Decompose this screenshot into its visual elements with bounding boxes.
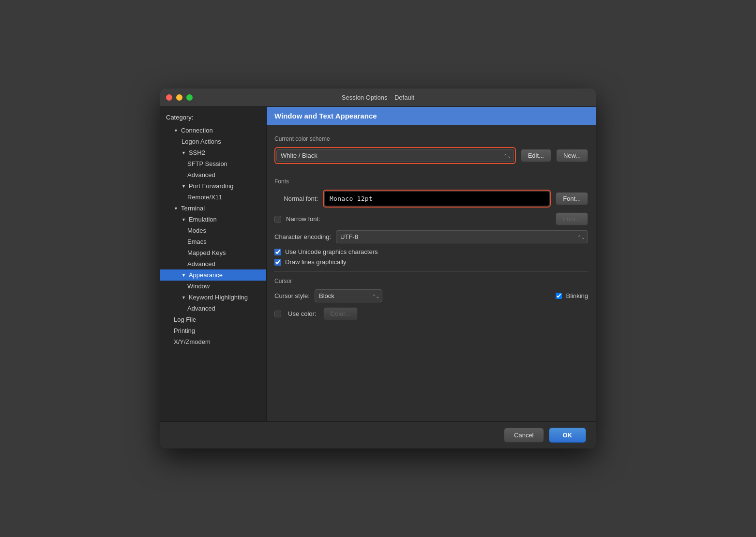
triangle-icon: ▼	[181, 184, 186, 189]
blinking-row: Blinking	[556, 292, 588, 299]
use-color-checkbox[interactable]	[274, 311, 281, 317]
cancel-button[interactable]: Cancel	[504, 428, 544, 443]
footer: Cancel OK	[160, 421, 596, 448]
ok-button[interactable]: OK	[549, 428, 587, 443]
encoding-row: Character encoding: UTF-8 ISO-8859-1 Win…	[274, 230, 588, 243]
color-scheme-select-wrapper: White / Black Black / White Custom ⌃⌄	[276, 149, 514, 162]
sidebar-item-label: Logon Actions	[181, 138, 221, 145]
sidebar-item-label: Emacs	[187, 238, 207, 245]
sidebar-item-mapped-keys[interactable]: Mapped Keys	[160, 247, 266, 258]
sidebar-item-label: Connection	[181, 127, 213, 134]
sidebar-item-label: Appearance	[189, 271, 223, 279]
sidebar-item-label: Printing	[174, 327, 195, 334]
sidebar-item-label: Advanced	[187, 260, 215, 268]
triangle-icon: ▼	[181, 295, 186, 300]
sidebar-item-ssh2[interactable]: ▼ SSH2	[160, 147, 266, 158]
window-content: Category: ▼ Connection Logon Actions ▼ S…	[160, 107, 596, 421]
narrow-font-label: Narrow font:	[286, 215, 320, 223]
sidebar-item-logon-actions[interactable]: Logon Actions	[160, 136, 266, 147]
titlebar: Session Options – Default	[160, 89, 596, 107]
triangle-icon: ▼	[174, 206, 178, 211]
sidebar-item-label: Advanced	[187, 171, 215, 179]
normal-font-row: Normal font: Monaco 12pt Font...	[274, 190, 588, 208]
cursor-section: Cursor style: Block Underline Vertical B…	[274, 289, 588, 320]
sidebar-item-label: X/Y/Zmodem	[174, 338, 211, 345]
color-scheme-label: Current color scheme	[274, 135, 588, 142]
cursor-label: Cursor	[274, 278, 588, 284]
draw-lines-row: Draw lines graphically	[274, 258, 588, 266]
sidebar-item-sftp-session[interactable]: SFTP Session	[160, 158, 266, 169]
normal-font-display: Monaco 12pt	[325, 192, 549, 206]
blinking-label: Blinking	[566, 292, 588, 299]
sidebar-item-label: Terminal	[181, 205, 205, 212]
cursor-style-select[interactable]: Block Underline Vertical Bar	[315, 289, 382, 302]
sidebar-item-keyword-highlighting[interactable]: ▼ Keyword Highlighting	[160, 292, 266, 303]
color-button: Color...	[323, 307, 358, 320]
sidebar-item-label: Emulation	[189, 216, 217, 223]
use-unicode-label: Use Unicode graphics characters	[285, 248, 378, 255]
triangle-icon: ▼	[181, 217, 186, 222]
fonts-label: Fonts	[274, 178, 588, 185]
sidebar-item-appearance[interactable]: ▼ Appearance	[160, 269, 266, 281]
sidebar-item-terminal[interactable]: ▼ Terminal	[160, 203, 266, 214]
sidebar-item-label: Log File	[174, 316, 196, 323]
cursor-style-select-wrapper: Block Underline Vertical Bar ⌃⌄	[315, 289, 382, 302]
sidebar-item-label: Port Forwarding	[189, 182, 233, 190]
encoding-label: Character encoding:	[274, 233, 331, 240]
triangle-icon: ▼	[181, 273, 186, 278]
sidebar-item-label: Window	[187, 283, 210, 290]
font-display-outline: Monaco 12pt	[323, 190, 551, 208]
use-color-label: Use color:	[288, 310, 317, 317]
sidebar-item-connection[interactable]: ▼ Connection	[160, 125, 266, 136]
draw-lines-checkbox[interactable]	[274, 259, 281, 266]
sidebar-item-log-file[interactable]: Log File	[160, 314, 266, 325]
use-color-row: Use color: Color...	[274, 307, 588, 320]
panel-body: Current color scheme White / Black Black…	[267, 125, 596, 421]
edit-button[interactable]: Edit...	[521, 149, 551, 162]
sidebar: Category: ▼ Connection Logon Actions ▼ S…	[160, 107, 267, 421]
sidebar-item-label: Advanced	[187, 305, 215, 312]
draw-lines-label: Draw lines graphically	[285, 258, 346, 266]
blinking-checkbox[interactable]	[556, 293, 562, 299]
triangle-icon: ▼	[181, 150, 186, 155]
narrow-font-checkbox[interactable]	[274, 216, 281, 223]
cursor-style-label: Cursor style:	[274, 292, 310, 299]
sidebar-item-xyzmodem[interactable]: X/Y/Zmodem	[160, 336, 266, 347]
panel-header: Window and Text Appearance	[267, 107, 596, 125]
sidebar-item-label: Modes	[187, 227, 206, 234]
color-scheme-select-outline: White / Black Black / White Custom ⌃⌄	[274, 147, 516, 164]
window-title: Session Options – Default	[342, 94, 414, 101]
new-button[interactable]: New...	[556, 149, 588, 162]
sidebar-item-window[interactable]: Window	[160, 281, 266, 292]
sidebar-item-modes[interactable]: Modes	[160, 225, 266, 236]
color-scheme-row: White / Black Black / White Custom ⌃⌄ Ed…	[274, 147, 588, 164]
fonts-section: Normal font: Monaco 12pt Font... Narrow …	[274, 190, 588, 266]
close-button[interactable]	[166, 94, 172, 101]
color-scheme-select[interactable]: White / Black Black / White Custom	[276, 149, 514, 162]
session-options-window: Session Options – Default Category: ▼ Co…	[160, 89, 596, 448]
encoding-select[interactable]: UTF-8 ISO-8859-1 Windows-1252	[336, 230, 588, 243]
sidebar-item-emacs[interactable]: Emacs	[160, 236, 266, 247]
sidebar-item-port-forwarding[interactable]: ▼ Port Forwarding	[160, 180, 266, 192]
sidebar-item-printing[interactable]: Printing	[160, 325, 266, 336]
sidebar-item-advanced-appearance[interactable]: Advanced	[160, 303, 266, 314]
category-label: Category:	[160, 112, 266, 125]
sidebar-item-remote-x11[interactable]: Remote/X11	[160, 192, 266, 203]
triangle-icon: ▼	[174, 128, 178, 133]
maximize-button[interactable]	[186, 94, 193, 101]
minimize-button[interactable]	[176, 94, 182, 101]
sidebar-item-label: Mapped Keys	[187, 249, 226, 256]
normal-font-button[interactable]: Font...	[556, 192, 588, 205]
sidebar-item-emulation[interactable]: ▼ Emulation	[160, 214, 266, 225]
sidebar-item-label: SSH2	[189, 149, 205, 156]
sidebar-item-advanced-emulation[interactable]: Advanced	[160, 258, 266, 269]
sidebar-item-label: Remote/X11	[187, 194, 222, 201]
narrow-font-button[interactable]: Font...	[556, 212, 588, 225]
normal-font-label: Normal font:	[274, 195, 318, 202]
cursor-style-row: Cursor style: Block Underline Vertical B…	[274, 289, 588, 302]
sidebar-item-label: Keyword Highlighting	[189, 294, 248, 301]
main-panel: Window and Text Appearance Current color…	[267, 107, 596, 421]
use-unicode-checkbox[interactable]	[274, 249, 281, 255]
encoding-select-wrapper: UTF-8 ISO-8859-1 Windows-1252 ⌃⌄	[336, 230, 588, 243]
sidebar-item-advanced-ssh2[interactable]: Advanced	[160, 169, 266, 180]
